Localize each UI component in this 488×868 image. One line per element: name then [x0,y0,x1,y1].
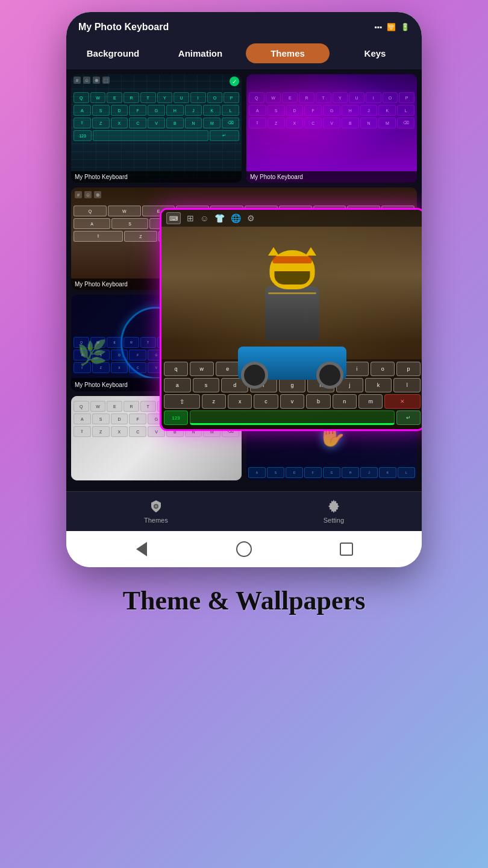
keyboard-rows-teal: QWERTYUIOP ASDFGHJKL ⇧ZXCVBNM⌫ 123 ↵ [71,89,242,143]
grid-row-1: # ☺ ⊕ ⬚ QWERTYUIOP ASDFGHJKL [71,74,417,183]
theme-name-moto-bg: My Photo Keyboard [75,281,128,288]
moto-tool-shirt: 👕 [214,213,225,223]
toolbar-teal: # ☺ ⊕ ⬚ [74,77,239,84]
moto-bg-icon2: ☺ [84,191,92,198]
battery-icon: 🔋 [401,23,410,31]
theme-teal-neon[interactable]: # ☺ ⊕ ⬚ QWERTYUIOP ASDFGHJKL [71,74,242,183]
wifi-icon: 🛜 [387,23,396,31]
theme-name-purple: My Photo Keyboard [250,174,303,180]
icon-2: ☺ [83,77,90,84]
icon-4: ⬚ [102,77,110,84]
theme-purple-neon[interactable]: QWERTYUIOP ASDFGHJKL ⇧ZXCVBNM⌫ My Photo … [246,74,417,183]
theme-preview-teal: # ☺ ⊕ ⬚ QWERTYUIOP ASDFGHJKL [71,74,242,183]
home-button[interactable] [236,541,252,558]
back-button[interactable] [133,541,150,558]
selected-badge: ✓ [230,77,239,86]
app-title: My Photo Keyboard [78,17,169,37]
nav-themes[interactable]: Themes [144,498,168,524]
moto-background: ⌨ ⊞ ☺ 👕 🌐 ⚙ qwertyuiop asdfghjkl [161,210,422,429]
themes-grid: # ☺ ⊕ ⬚ QWERTYUIOP ASDFGHJKL [66,69,422,491]
moto-overlay-keyboard: ⌨ ⊞ ☺ 👕 🌐 ⚙ qwertyuiop asdfghjkl [160,208,422,431]
signal-icon: ▪▪▪ [374,23,382,31]
theme-label-purple: My Photo Keyboard [246,171,417,183]
nav-themes-label: Themes [144,517,168,524]
recents-button[interactable] [338,541,355,558]
status-bar: My Photo Keyboard ▪▪▪ 🛜 🔋 [66,12,422,37]
tab-bar: Background Animation Themes Keys [66,37,422,69]
home-icon [236,541,252,557]
svg-point-1 [155,505,157,508]
themes-nav-icon [148,498,164,515]
moto-tool-keyboard: ⌨ [166,212,181,224]
moto-tool-emoji: ☺ [200,213,208,223]
tab-background[interactable]: Background [71,43,155,63]
bottom-nav: Themes Setting [66,491,422,531]
tagline-area: Theme & Wallpapers [123,585,366,616]
moto-bg-icon3: ⊕ [94,191,101,198]
nav-setting-label: Setting [324,517,344,524]
phone-frame: My Photo Keyboard ▪▪▪ 🛜 🔋 Background Ani… [66,12,422,567]
theme-label-teal: My Photo Keyboard [71,171,242,183]
moto-toolbar: ⌨ ⊞ ☺ 👕 🌐 ⚙ [161,210,422,227]
theme-name-blue: My Photo Keyboard [75,382,128,388]
tab-animation[interactable]: Animation [158,43,242,63]
moto-tool-globe: 🌐 [231,213,241,223]
tagline-text: Theme & Wallpapers [123,585,366,616]
back-icon [136,542,147,556]
moto-tool-grid: ⊞ [187,213,194,223]
nav-setting[interactable]: Setting [324,498,344,524]
recents-icon [340,542,353,556]
moto-tool-gear: ⚙ [247,213,255,223]
tab-keys[interactable]: Keys [333,43,417,63]
icon-3: ⊕ [93,77,100,84]
system-nav [66,531,422,567]
tab-themes[interactable]: Themes [246,43,330,63]
setting-nav-icon [325,498,342,515]
theme-name-teal: My Photo Keyboard [75,174,128,180]
moto-bg-icon: # [75,191,82,198]
theme-preview-purple: QWERTYUIOP ASDFGHJKL ⇧ZXCVBNM⌫ [246,74,417,183]
status-icons: ▪▪▪ 🛜 🔋 [374,23,410,31]
icon-1: # [74,77,81,84]
